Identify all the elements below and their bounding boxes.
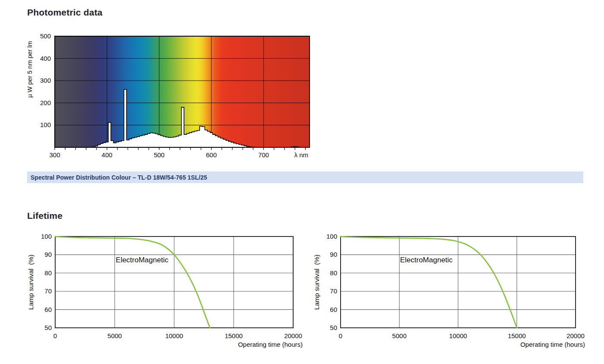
spd-x-tick-label: 700 xyxy=(258,151,269,159)
lifetime-y-tick-label: 60 xyxy=(330,306,337,313)
survival-curve xyxy=(55,236,210,328)
spd-y-tick-label: 200 xyxy=(40,99,51,106)
lifetime-x-tick-label: 15000 xyxy=(508,332,526,339)
lifetime-y-tick-label: 70 xyxy=(330,287,337,295)
spd-x-tick-label: 300 xyxy=(49,151,60,159)
lifetime-y-tick-label: 80 xyxy=(330,269,337,277)
series-label: ElectroMagnetic xyxy=(400,256,453,264)
lifetime-grid xyxy=(341,236,576,328)
datasheet-page: { "page": { "photometric_heading": "Phot… xyxy=(0,0,604,364)
spd-chart-svg: 300400500600700λ nm100200300400500μ W pe… xyxy=(26,32,316,162)
lifetime-x-axis-title: Operating time (hours) xyxy=(238,341,303,348)
lifetime-y-tick-label: 70 xyxy=(44,287,52,295)
spd-x-tick-label: 500 xyxy=(154,151,165,159)
lifetime-right-svg: ElectroMagnetic5060708090100050001000015… xyxy=(310,230,594,353)
spd-caption-bar: Spectral Power Distribution Colour – TL-… xyxy=(27,171,583,183)
lifetime-left-svg: ElectroMagnetic5060708090100050001000015… xyxy=(24,230,308,353)
lifetime-grid xyxy=(55,236,293,328)
spd-y-tick-label: 100 xyxy=(40,121,51,128)
lifetime-y-tick-label: 90 xyxy=(330,251,337,258)
survival-curve xyxy=(341,236,517,328)
lifetime-x-tick-label: 20000 xyxy=(566,332,585,339)
lifetime-x-tick-label: 5000 xyxy=(107,332,122,339)
spd-x-tick-label: 400 xyxy=(102,151,113,159)
lifetime-y-tick-label: 50 xyxy=(330,324,337,331)
spd-minor-ticks xyxy=(55,148,305,150)
lifetime-x-tick-label: 10000 xyxy=(165,332,183,339)
lifetime-x-tick-label: 15000 xyxy=(225,332,243,339)
spd-y-axis-title: μ W per 5 nm per lm xyxy=(26,41,33,98)
lifetime-x-tick-label: 5000 xyxy=(392,332,407,339)
spd-chart: 300400500600700λ nm100200300400500μ W pe… xyxy=(26,32,316,162)
lifetime-y-axis-title: Lamp survival (%) xyxy=(27,255,34,310)
lifetime-y-tick-label: 80 xyxy=(44,269,52,277)
spd-x-tick-label: 600 xyxy=(206,151,217,159)
spd-y-tick-label: 500 xyxy=(40,32,51,40)
series-label: ElectroMagnetic xyxy=(116,256,169,264)
lifetime-chart-left: ElectroMagnetic5060708090100050001000015… xyxy=(24,230,308,353)
lifetime-x-tick-label: 20000 xyxy=(284,332,302,339)
lifetime-x-tick-label: 0 xyxy=(339,332,342,339)
lifetime-y-tick-label: 100 xyxy=(326,233,337,240)
lifetime-x-tick-label: 10000 xyxy=(449,332,467,339)
lifetime-y-tick-label: 60 xyxy=(44,306,52,313)
lifetime-x-axis-title: Operating time (hours) xyxy=(520,341,585,348)
lifetime-x-tick-label: 0 xyxy=(53,332,57,339)
spd-y-tick-label: 400 xyxy=(40,55,51,62)
spd-x-axis-title: λ nm xyxy=(294,151,308,159)
lifetime-chart-right: ElectroMagnetic5060708090100050001000015… xyxy=(310,230,594,353)
spd-caption-text: Spectral Power Distribution Colour – TL-… xyxy=(27,174,207,181)
photometric-heading: Photometric data xyxy=(27,7,103,18)
lifetime-y-axis-title: Lamp survival (%) xyxy=(313,255,320,310)
spd-y-tick-label: 300 xyxy=(40,77,51,84)
lifetime-y-tick-label: 90 xyxy=(44,251,52,258)
lifetime-y-tick-label: 50 xyxy=(44,324,52,331)
lifetime-y-tick-label: 100 xyxy=(41,233,52,240)
lifetime-heading: Lifetime xyxy=(27,211,63,221)
